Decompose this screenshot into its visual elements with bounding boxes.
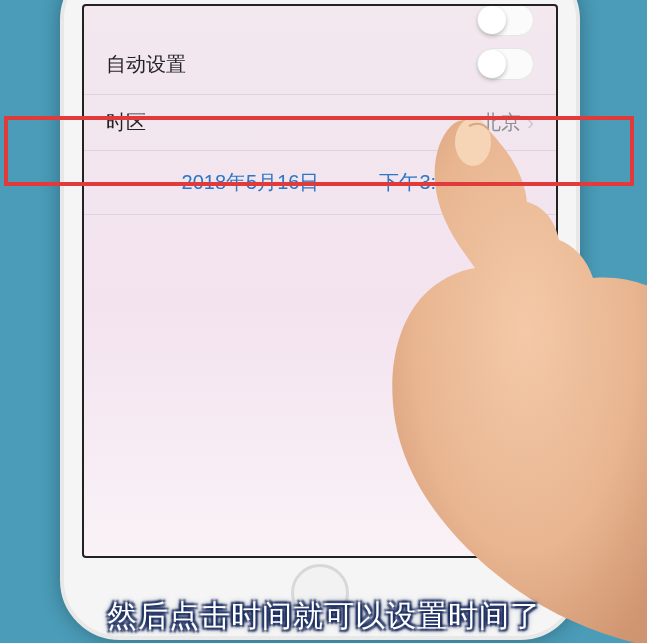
timezone-row[interactable]: 时区 北京 ›	[84, 95, 556, 151]
settings-list: 自动设置 时区 北京 › 2018年5月16日 下午3:24	[84, 6, 556, 215]
auto-set-toggle[interactable]	[476, 48, 534, 80]
timezone-label: 时区	[106, 109, 481, 136]
time-value[interactable]: 下午3:24	[379, 169, 458, 196]
toggle-knob	[478, 6, 506, 34]
datetime-row[interactable]: 2018年5月16日 下午3:24	[84, 151, 556, 215]
phone-frame: 自动设置 时区 北京 › 2018年5月16日 下午3:24	[60, 0, 580, 640]
chevron-right-icon: ›	[527, 111, 534, 134]
date-value[interactable]: 2018年5月16日	[182, 169, 320, 196]
toggle-knob	[478, 50, 506, 78]
timezone-value: 北京	[481, 109, 521, 136]
video-subtitle: 然后点击时间就可以设置时间了	[0, 596, 647, 637]
phone-screen: 自动设置 时区 北京 › 2018年5月16日 下午3:24	[82, 4, 558, 558]
auto-set-row[interactable]: 自动设置	[84, 34, 556, 95]
prev-toggle[interactable]	[476, 4, 534, 36]
auto-set-label: 自动设置	[106, 51, 476, 78]
partial-row	[84, 6, 556, 34]
